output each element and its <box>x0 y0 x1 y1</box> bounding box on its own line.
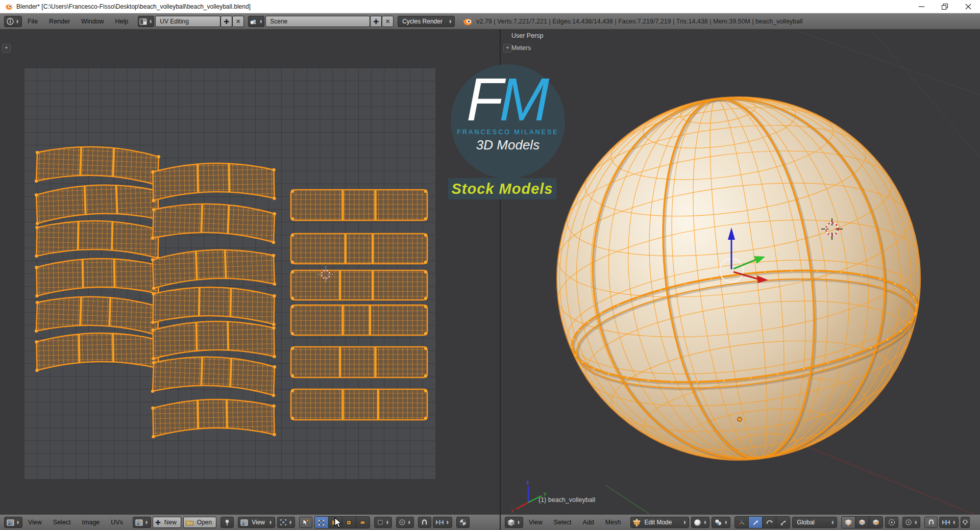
uv-draw-other-objects-toggle[interactable] <box>456 517 470 528</box>
uv-menu-image[interactable]: Image <box>77 519 106 526</box>
uv-proportional-edit-dropdown[interactable]: ▲▼ <box>396 517 414 528</box>
uv-island-rect[interactable] <box>291 190 427 220</box>
uv-select-island-button[interactable] <box>356 517 370 528</box>
uv-island-rect[interactable] <box>291 234 427 264</box>
uv-sync-select-toggle[interactable] <box>299 517 312 528</box>
render-engine-selector[interactable]: Cycles Render ▲▼ <box>398 16 455 27</box>
viewport-panel: zyx User Persp Meters (1) beach_volleyba… <box>501 30 980 530</box>
viewport-shading-dropdown[interactable]: ▲▼ <box>691 517 709 528</box>
delete-layout-button[interactable]: ✕ <box>232 16 244 27</box>
image-browse[interactable]: ▲▼ <box>133 517 151 528</box>
scene-icon <box>250 18 257 25</box>
add-scene-button[interactable]: ✚ <box>370 16 382 27</box>
v3d-menu-add[interactable]: Add <box>577 519 600 526</box>
uv-snap-target-dropdown[interactable]: ▲▼ <box>433 517 452 528</box>
snap-peel-toggle[interactable] <box>961 517 970 528</box>
v3d-menu-view[interactable]: View <box>523 519 548 526</box>
uv-editor-header: ▲▼ View Select Image UVs ▲▼ ✚ New Open <box>0 514 500 530</box>
uv-pivot-dropdown[interactable]: ▲▼ <box>277 517 295 528</box>
open-image-button[interactable]: Open <box>183 517 216 528</box>
spinner-arrows-icon: ▲▼ <box>385 520 389 524</box>
mode-selector[interactable]: Edit Mode ▲▼ <box>630 517 689 528</box>
translate-icon <box>752 519 759 526</box>
uv-menu-view[interactable]: View <box>22 519 47 526</box>
scene-browse[interactable]: ▲▼ <box>248 16 264 27</box>
viewport-canvas[interactable]: zyx User Persp Meters (1) beach_volleyba… <box>501 30 980 514</box>
uv-island-band[interactable] <box>35 220 160 260</box>
uv-island-rect[interactable] <box>291 270 427 300</box>
region-expand-button[interactable]: + <box>2 44 11 53</box>
uv-island-band[interactable] <box>151 162 276 202</box>
uv-island-band[interactable] <box>35 332 160 372</box>
uv-snap-toggle[interactable] <box>418 517 431 528</box>
pin-icon <box>224 519 230 526</box>
uv-island-rect[interactable] <box>291 347 427 377</box>
translate-manipulator-button[interactable] <box>749 517 763 528</box>
menu-file[interactable]: File <box>22 18 43 25</box>
screen-layout-field[interactable]: UV Editing <box>155 16 220 27</box>
uv-menu-select[interactable]: Select <box>47 519 77 526</box>
editor-type-selector-3d[interactable]: ▲▼ <box>505 517 523 528</box>
delete-scene-button[interactable]: ✕ <box>382 16 394 27</box>
uv-display-dropdown[interactable]: View ▲▼ <box>238 517 275 528</box>
v3d-snap-target-dropdown[interactable]: ▲▼ <box>939 517 959 528</box>
scene-field[interactable]: Scene <box>265 16 370 27</box>
pivot-point-dropdown[interactable]: ▲▼ <box>712 517 730 528</box>
spinner-arrows-icon: ▲▼ <box>446 520 450 524</box>
sticky-select-dropdown[interactable]: ▲▼ <box>374 517 392 528</box>
uv-island-rect[interactable] <box>291 389 427 420</box>
occlude-icon <box>888 519 895 526</box>
limit-selection-visible-toggle[interactable] <box>885 517 898 528</box>
uv-island-band[interactable] <box>35 258 160 297</box>
uv-island-band[interactable] <box>151 398 276 438</box>
uv-island-band[interactable] <box>151 320 276 360</box>
v3d-menu-select[interactable]: Select <box>548 519 577 526</box>
close-button[interactable] <box>957 0 980 13</box>
uv-menu-uvs[interactable]: UVs <box>105 519 129 526</box>
minimize-button[interactable] <box>910 0 933 13</box>
image-icon <box>135 519 143 526</box>
menu-render[interactable]: Render <box>43 18 76 25</box>
transform-orientation-dropdown[interactable]: Global ▲▼ <box>792 517 837 528</box>
uv-island-band[interactable] <box>34 183 160 225</box>
screen-layout-browse[interactable]: ▲▼ <box>138 16 154 27</box>
new-image-button[interactable]: ✚ New <box>153 517 181 528</box>
restore-button[interactable] <box>933 0 957 13</box>
add-layout-button[interactable]: ✚ <box>220 16 232 27</box>
shading-sphere-icon <box>694 519 701 526</box>
v3d-snap-toggle[interactable] <box>924 517 938 528</box>
pivot-icon <box>280 519 287 526</box>
uv-island-band[interactable] <box>35 145 161 187</box>
uv-select-face-button[interactable] <box>342 517 356 528</box>
uv-editor-canvas[interactable]: + <box>0 30 500 514</box>
edge-mode-button[interactable] <box>855 517 869 528</box>
region-expand-button[interactable]: + <box>503 44 512 53</box>
info-editor-icon <box>7 18 14 25</box>
rotate-manipulator-button[interactable] <box>763 517 776 528</box>
spinner-arrows-icon: ▲▼ <box>682 520 687 524</box>
spinner-arrows-icon: ▲▼ <box>448 19 452 23</box>
v3d-menu-mesh[interactable]: Mesh <box>600 519 627 526</box>
scale-icon <box>780 519 787 526</box>
scale-manipulator-button[interactable] <box>776 517 790 528</box>
vertex-mode-button[interactable] <box>842 517 855 528</box>
uv-island-band[interactable] <box>35 295 161 337</box>
pin-toggle[interactable] <box>220 517 234 528</box>
uv-island-band[interactable] <box>151 286 276 326</box>
editor-type-selector-info[interactable]: ▲▼ <box>4 16 22 27</box>
editor-type-selector-uv[interactable]: ▲▼ <box>4 517 22 528</box>
menu-window[interactable]: Window <box>76 18 109 25</box>
face-mode-button[interactable] <box>869 517 883 528</box>
menu-help[interactable]: Help <box>110 18 134 25</box>
folder-icon <box>186 519 193 525</box>
v3d-proportional-edit-dropdown[interactable]: ▲▼ <box>902 517 920 528</box>
manipulator-widget-toggle[interactable] <box>735 517 749 528</box>
uv-island-band[interactable] <box>151 202 277 244</box>
uv-island-band[interactable] <box>151 355 277 397</box>
spinner-arrows-icon: ▲▼ <box>15 19 19 23</box>
orientation-value: Global <box>795 519 817 526</box>
uv-island-rect[interactable] <box>291 305 427 335</box>
uv-island-band[interactable] <box>151 248 276 290</box>
edge-cube-icon <box>859 519 866 526</box>
uv-select-vertex-button[interactable] <box>315 517 329 528</box>
